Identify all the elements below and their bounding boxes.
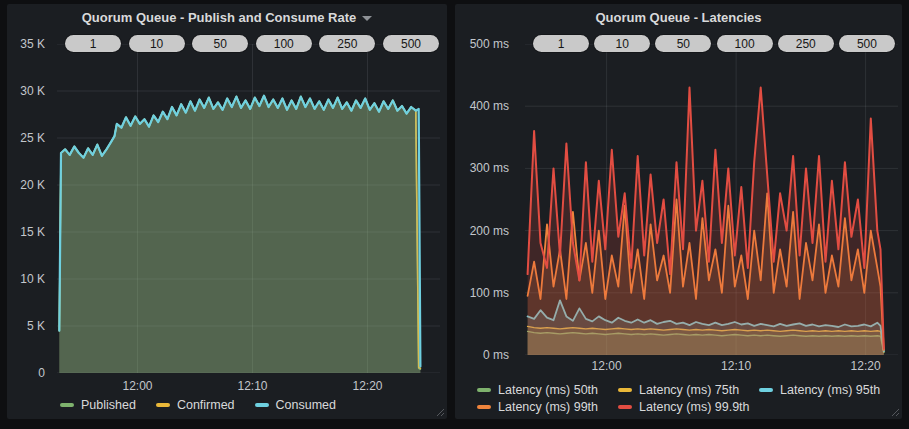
y-tick-label: 200 ms bbox=[470, 224, 509, 238]
legend-swatch bbox=[618, 405, 632, 409]
y-tick-label: 0 ms bbox=[483, 348, 509, 362]
legend-item[interactable]: Consumed bbox=[255, 398, 336, 412]
y-tick-label: 15 K bbox=[20, 225, 45, 239]
y-tick-label: 500 ms bbox=[470, 37, 509, 51]
legend-swatch bbox=[477, 405, 491, 409]
x-axis: 12:0012:1012:20 bbox=[57, 379, 440, 395]
legend-label: Consumed bbox=[276, 398, 336, 412]
y-tick-label: 100 ms bbox=[470, 286, 509, 300]
pill-1[interactable]: 1 bbox=[533, 35, 589, 52]
y-tick-label: 25 K bbox=[20, 131, 45, 145]
panel-latencies: Quorum Queue - Latencies 500 ms400 ms300… bbox=[455, 4, 902, 419]
y-tick-label: 5 K bbox=[27, 319, 45, 333]
y-tick-label: 35 K bbox=[20, 37, 45, 51]
panel-publish-consume-rate: Quorum Queue - Publish and Consume Rate … bbox=[7, 4, 447, 419]
pill-100[interactable]: 100 bbox=[717, 35, 773, 52]
y-axis: 500 ms400 ms300 ms200 ms100 ms0 ms bbox=[455, 44, 515, 355]
legend-item[interactable]: Published bbox=[60, 398, 136, 412]
legend-item[interactable]: Latency (ms) 95th bbox=[759, 383, 880, 397]
legend-item[interactable]: Latency (ms) 99.9th bbox=[618, 400, 749, 414]
panel-resize-handle[interactable] bbox=[891, 408, 900, 417]
plot-area[interactable] bbox=[57, 44, 440, 373]
y-tick-label: 300 ms bbox=[470, 161, 509, 175]
legend-swatch bbox=[618, 388, 632, 392]
legend-swatch bbox=[60, 403, 74, 407]
legend-label: Latency (ms) 95th bbox=[780, 383, 880, 397]
pill-10[interactable]: 10 bbox=[129, 35, 185, 52]
plot-area[interactable] bbox=[525, 44, 898, 355]
panel-resize-handle[interactable] bbox=[436, 408, 445, 417]
pill-50[interactable]: 50 bbox=[655, 35, 711, 52]
panel-title-latencies[interactable]: Quorum Queue - Latencies bbox=[455, 4, 902, 30]
pill-50[interactable]: 50 bbox=[192, 35, 248, 52]
legend-label: Published bbox=[81, 398, 136, 412]
latency-chart[interactable] bbox=[525, 44, 898, 355]
panel-title-publish-consume[interactable]: Quorum Queue - Publish and Consume Rate bbox=[7, 4, 447, 30]
panel-menu-caret-icon[interactable] bbox=[362, 16, 372, 21]
legend-label: Latency (ms) 99th bbox=[498, 400, 598, 414]
pill-500[interactable]: 500 bbox=[383, 35, 439, 52]
pill-100[interactable]: 100 bbox=[256, 35, 312, 52]
x-tick-label: 12:10 bbox=[721, 359, 751, 373]
legend-label: Confirmed bbox=[177, 398, 235, 412]
x-tick-label: 12:00 bbox=[592, 359, 622, 373]
pill-250[interactable]: 250 bbox=[778, 35, 834, 52]
legend-label: Latency (ms) 50th bbox=[498, 383, 598, 397]
rate-chart[interactable] bbox=[57, 44, 440, 373]
legend-swatch bbox=[255, 403, 269, 407]
y-tick-label: 0 bbox=[38, 366, 45, 380]
legend-swatch bbox=[477, 388, 491, 392]
x-tick-label: 12:20 bbox=[353, 379, 383, 393]
x-tick-label: 12:20 bbox=[851, 359, 881, 373]
y-tick-label: 400 ms bbox=[470, 99, 509, 113]
pill-1[interactable]: 1 bbox=[65, 35, 121, 52]
pill-10[interactable]: 10 bbox=[594, 35, 650, 52]
legend: PublishedConfirmedConsumed bbox=[60, 395, 336, 412]
legend-item[interactable]: Latency (ms) 75th bbox=[618, 383, 739, 397]
panel-title-text: Quorum Queue - Publish and Consume Rate bbox=[82, 10, 356, 25]
legend: Latency (ms) 50thLatency (ms) 75thLatenc… bbox=[477, 380, 880, 414]
x-axis: 12:0012:1012:20 bbox=[525, 359, 898, 375]
pill-row: 11050100250500 bbox=[533, 35, 895, 52]
panel-title-text: Quorum Queue - Latencies bbox=[595, 10, 761, 25]
legend-swatch bbox=[759, 388, 773, 392]
legend-label: Latency (ms) 99.9th bbox=[639, 400, 749, 414]
x-tick-label: 12:00 bbox=[122, 379, 152, 393]
x-tick-label: 12:10 bbox=[238, 379, 268, 393]
pill-500[interactable]: 500 bbox=[839, 35, 895, 52]
y-tick-label: 10 K bbox=[20, 272, 45, 286]
pill-row: 11050100250500 bbox=[65, 35, 439, 52]
legend-item[interactable]: Latency (ms) 50th bbox=[477, 383, 598, 397]
pill-250[interactable]: 250 bbox=[319, 35, 375, 52]
y-axis: 35 K30 K25 K20 K15 K10 K5 K0 bbox=[7, 44, 51, 373]
legend-item[interactable]: Latency (ms) 99th bbox=[477, 400, 598, 414]
y-tick-label: 30 K bbox=[20, 84, 45, 98]
legend-swatch bbox=[156, 403, 170, 407]
legend-item[interactable]: Confirmed bbox=[156, 398, 235, 412]
legend-label: Latency (ms) 75th bbox=[639, 383, 739, 397]
grafana-dashboard: Quorum Queue - Publish and Consume Rate … bbox=[0, 0, 909, 429]
y-tick-label: 20 K bbox=[20, 178, 45, 192]
